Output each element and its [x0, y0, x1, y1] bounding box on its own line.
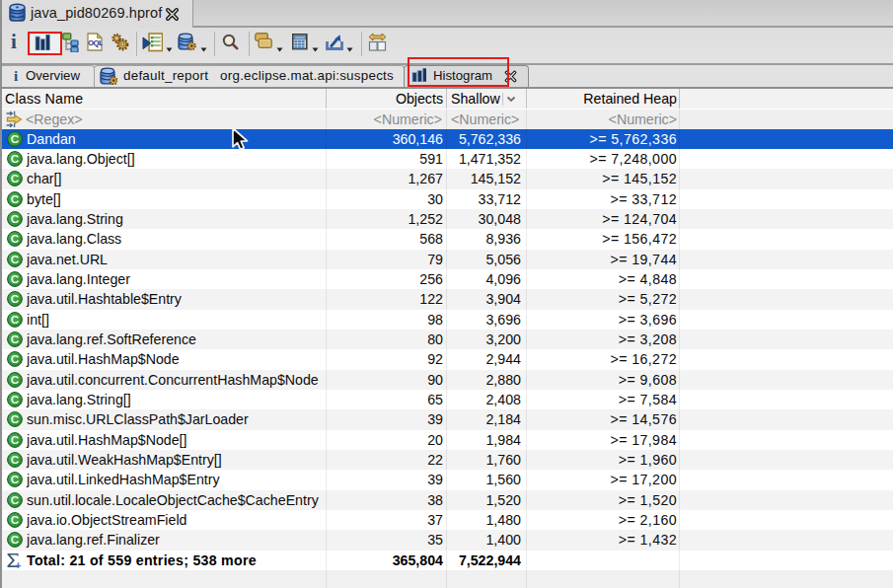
- svg-text:C: C: [11, 534, 20, 548]
- svg-text:OQL: OQL: [88, 38, 103, 47]
- svg-text:C: C: [11, 272, 20, 286]
- svg-text:C: C: [11, 474, 20, 487]
- svg-text:C: C: [11, 493, 20, 507]
- svg-text:C: C: [11, 233, 20, 247]
- svg-text:C: C: [11, 212, 20, 226]
- svg-text:+: +: [15, 559, 21, 570]
- svg-text:C: C: [11, 253, 20, 266]
- svg-text:C: C: [11, 373, 20, 387]
- svg-text:C: C: [11, 293, 20, 307]
- svg-text:C: C: [11, 152, 20, 166]
- svg-text:C: C: [11, 353, 20, 367]
- svg-text:C: C: [11, 453, 20, 467]
- svg-text:C: C: [11, 332, 20, 346]
- svg-text:C: C: [11, 413, 20, 427]
- svg-text:C: C: [11, 313, 20, 327]
- svg-text:C: C: [11, 433, 20, 447]
- svg-text:C: C: [11, 192, 20, 206]
- svg-text:C: C: [11, 393, 20, 406]
- svg-text:C: C: [11, 132, 20, 146]
- svg-text:C: C: [11, 173, 20, 186]
- svg-text:C: C: [11, 513, 20, 527]
